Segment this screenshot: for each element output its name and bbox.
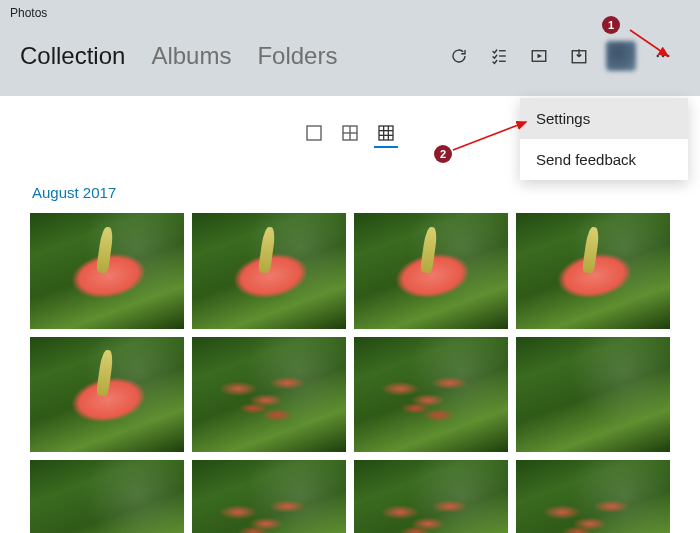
grid-2x2-icon	[342, 125, 358, 141]
select-icon	[490, 47, 508, 65]
refresh-button[interactable]	[442, 39, 476, 73]
more-dropdown: Settings Send feedback	[520, 98, 688, 180]
svg-marker-4	[538, 54, 543, 59]
annotation-badge-2: 2	[434, 145, 452, 163]
tab-collection[interactable]: Collection	[20, 42, 125, 70]
menu-item-feedback[interactable]: Send feedback	[520, 139, 688, 180]
tab-folders[interactable]: Folders	[257, 42, 337, 70]
photo-thumb[interactable]	[30, 213, 184, 329]
avatar[interactable]	[606, 41, 636, 71]
toolbar	[442, 39, 680, 73]
import-icon	[570, 47, 588, 65]
photo-thumb[interactable]	[354, 460, 508, 533]
photo-grid	[30, 213, 670, 533]
photo-thumb[interactable]	[30, 460, 184, 533]
view-medium[interactable]	[338, 120, 362, 148]
menu-item-settings[interactable]: Settings	[520, 98, 688, 139]
annotation-badge-1: 1	[602, 16, 620, 34]
nav-bar: Collection Albums Folders	[0, 26, 700, 86]
photo-thumb[interactable]	[516, 213, 670, 329]
square-icon	[306, 125, 322, 141]
photo-thumb[interactable]	[192, 460, 346, 533]
more-button[interactable]	[646, 39, 680, 73]
app-title: Photos	[10, 6, 47, 20]
svg-point-7	[662, 55, 664, 57]
svg-point-6	[657, 55, 659, 57]
import-button[interactable]	[562, 39, 596, 73]
photo-thumb[interactable]	[354, 213, 508, 329]
photo-thumb[interactable]	[192, 213, 346, 329]
title-bar: Photos	[0, 0, 700, 26]
section-header[interactable]: August 2017	[32, 184, 670, 201]
grid-3x3-icon	[378, 125, 394, 141]
tab-albums[interactable]: Albums	[151, 42, 231, 70]
more-icon	[654, 47, 672, 65]
slideshow-button[interactable]	[522, 39, 556, 73]
photo-thumb[interactable]	[354, 337, 508, 453]
slideshow-icon	[530, 47, 548, 65]
photo-thumb[interactable]	[192, 337, 346, 453]
refresh-icon	[450, 47, 468, 65]
svg-point-8	[667, 55, 669, 57]
photo-thumb[interactable]	[30, 337, 184, 453]
select-button[interactable]	[482, 39, 516, 73]
view-small[interactable]	[374, 120, 398, 148]
photo-thumb[interactable]	[516, 337, 670, 453]
svg-rect-9	[307, 126, 321, 140]
view-single[interactable]	[302, 120, 326, 148]
svg-rect-13	[379, 126, 393, 140]
photo-thumb[interactable]	[516, 460, 670, 533]
